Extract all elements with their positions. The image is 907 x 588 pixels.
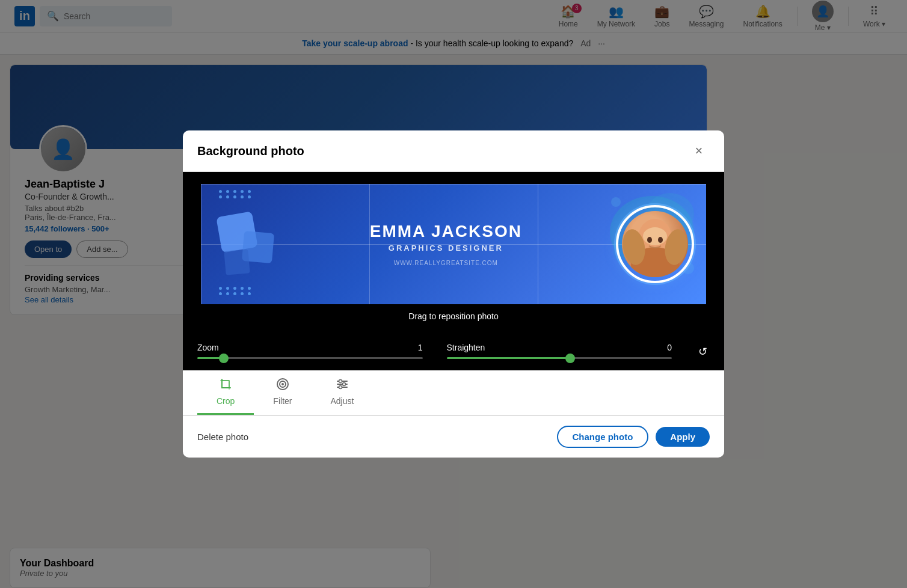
banner-website: WWW.REALLYGREATSITE.COM <box>394 260 498 266</box>
change-photo-button[interactable]: Change photo <box>557 426 649 448</box>
tab-crop[interactable]: Crop <box>197 370 254 415</box>
dot <box>226 190 229 193</box>
editor-tabs: Crop Filter <box>183 370 724 415</box>
svg-point-15 <box>281 383 284 385</box>
straighten-slider[interactable] <box>447 357 672 359</box>
adjust-icon <box>336 378 349 394</box>
dot <box>233 195 236 198</box>
zoom-slider-group: Zoom 1 <box>197 343 423 361</box>
zoom-label: Zoom <box>197 343 219 352</box>
banner-dots-bottom <box>219 287 253 295</box>
modal-title: Background photo <box>197 144 304 158</box>
photo-canvas[interactable]: EMMA JACKSON GRAPHICS DESIGNER WWW.REALL… <box>201 184 706 304</box>
svg-point-9 <box>658 237 663 243</box>
zoom-slider-header: Zoom 1 <box>197 343 423 352</box>
dot <box>241 287 244 290</box>
background-photo-modal: Background photo × <box>183 130 724 458</box>
dot <box>233 190 236 193</box>
banner-avatar-image <box>622 211 688 277</box>
sliders-section: Zoom 1 Straighten 0 ↺ <box>183 333 724 370</box>
dot <box>248 292 251 295</box>
modal-footer: Delete photo Change photo Apply <box>183 415 724 458</box>
apply-button[interactable]: Apply <box>656 427 710 447</box>
dot <box>233 287 236 290</box>
banner-role: GRAPHICS DESIGNER <box>389 243 503 253</box>
tab-filter-label: Filter <box>273 396 292 406</box>
banner-avatar-circle <box>616 205 694 283</box>
avatar-svg <box>622 211 688 277</box>
dot <box>233 292 236 295</box>
svg-point-21 <box>339 386 342 389</box>
delete-photo-button[interactable]: Delete photo <box>197 432 248 442</box>
banner-logo <box>213 202 297 286</box>
dot <box>248 287 251 290</box>
dot <box>219 287 222 290</box>
dot <box>219 195 222 198</box>
zoom-value: 1 <box>418 343 423 352</box>
dot <box>226 292 229 295</box>
dot <box>226 195 229 198</box>
straighten-slider-header: Straighten 0 <box>447 343 672 352</box>
banner-left-decoration <box>213 184 333 304</box>
zoom-slider[interactable] <box>197 357 423 359</box>
svg-point-20 <box>342 383 345 386</box>
tab-adjust[interactable]: Adjust <box>311 370 373 415</box>
svg-point-7 <box>643 227 667 245</box>
dot <box>248 190 251 193</box>
straighten-value: 0 <box>667 343 672 352</box>
dot <box>248 195 251 198</box>
footer-right-actions: Change photo Apply <box>557 426 710 448</box>
banner-right-avatar <box>616 184 694 304</box>
svg-rect-12 <box>222 381 229 388</box>
shape3 <box>224 249 250 275</box>
filter-icon <box>276 378 289 394</box>
modal-header: Background photo × <box>183 130 724 172</box>
dot <box>241 190 244 193</box>
tab-filter[interactable]: Filter <box>254 370 311 415</box>
banner-center-content: EMMA JACKSON GRAPHICS DESIGNER WWW.REALL… <box>370 222 522 266</box>
tab-adjust-label: Adjust <box>330 396 354 406</box>
banner-name: EMMA JACKSON <box>370 222 522 241</box>
dot <box>219 292 222 295</box>
svg-point-3 <box>611 197 621 207</box>
svg-point-8 <box>647 237 652 243</box>
dot <box>219 190 222 193</box>
dot <box>241 292 244 295</box>
photo-canvas-inner: EMMA JACKSON GRAPHICS DESIGNER WWW.REALL… <box>201 184 706 304</box>
modal-overlay[interactable]: Background photo × <box>0 0 907 588</box>
dot <box>226 287 229 290</box>
crop-icon <box>219 378 232 394</box>
avatar-face <box>622 211 688 277</box>
reset-button[interactable]: ↺ <box>696 343 710 361</box>
photo-editor-area: EMMA JACKSON GRAPHICS DESIGNER WWW.REALL… <box>183 172 724 333</box>
straighten-slider-group: Straighten 0 <box>447 343 672 361</box>
dot <box>241 195 244 198</box>
banner-dots-top <box>219 190 253 198</box>
tab-crop-label: Crop <box>217 396 235 406</box>
svg-point-19 <box>339 380 342 383</box>
straighten-label: Straighten <box>447 343 485 352</box>
drag-hint: Drag to reposition photo <box>408 311 498 321</box>
modal-close-button[interactable]: × <box>688 140 710 162</box>
